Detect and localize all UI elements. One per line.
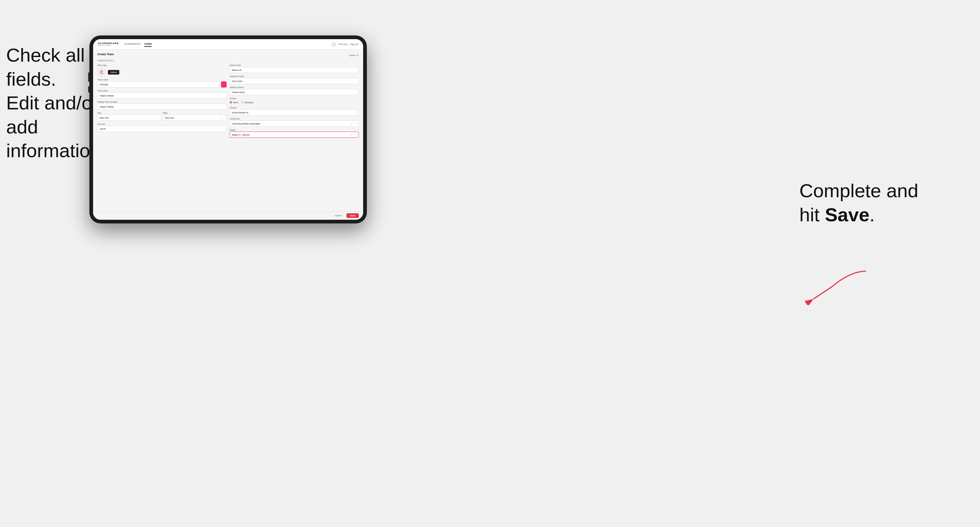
tablet-screen: SCOREBOARD Powered by clippit TOURNAMENT… <box>93 39 363 220</box>
annotation-line2: Edit and/or add <box>6 92 99 137</box>
region-label: Region <box>230 129 359 131</box>
team-logo-area: C Upload <box>97 68 227 76</box>
annotation-right-line1: Complete and <box>799 180 918 201</box>
form-footer: Cancel Save <box>93 211 363 220</box>
state-select[interactable]: New York ✕ ⌄ <box>163 115 227 121</box>
colour-swatch[interactable] <box>221 81 227 87</box>
colour-input[interactable] <box>97 81 220 87</box>
annotation-right-bold: Save <box>825 204 870 225</box>
form-left: Team logo C Upload Team colour <box>97 64 227 138</box>
display-name-input[interactable] <box>97 103 227 110</box>
zip-input[interactable] <box>97 126 227 132</box>
gender-field: Gender Mens Womens <box>230 97 359 105</box>
head-coach-label: Head Coach <box>230 64 359 66</box>
form-right: Head Coach Assistant Coach Athletic Dire… <box>230 64 359 138</box>
division-select[interactable]: NCAA Division III ⌃⌄ <box>230 110 359 116</box>
region-chevron-icon: ⌃⌄ <box>353 134 357 136</box>
display-name-field: Display name (unique) <box>97 101 227 110</box>
team-name-field: Team name <box>97 90 227 98</box>
gender-womens-radio[interactable]: Womens <box>241 101 253 103</box>
tablet-frame: SCOREBOARD Powered by clippit TOURNAMENT… <box>89 35 367 224</box>
annotation-right: Complete and hit Save. <box>799 179 918 227</box>
athletic-director-label: Athletic Director <box>230 86 359 89</box>
colour-row <box>97 81 227 87</box>
logo-subtitle: Powered by clippit <box>98 45 119 46</box>
athletic-director-input[interactable] <box>230 89 359 95</box>
division-field: Division NCAA Division III ⌃⌄ <box>230 106 359 116</box>
close-icon: ✕ <box>357 54 359 57</box>
gender-label: Gender <box>230 97 359 100</box>
state-field: State New York ✕ ⌄ <box>163 112 227 121</box>
sign-out-link[interactable]: Sign out <box>350 43 358 45</box>
user-name: Test User | <box>338 43 348 45</box>
assistant-coach-input[interactable] <box>230 78 359 84</box>
conference-select[interactable]: University Athletic Association ✕ ⌃⌄ <box>230 121 359 127</box>
division-chevron-icon: ⌃⌄ <box>353 111 357 114</box>
athletic-director-field: Athletic Director <box>230 86 359 95</box>
state-value: New York <box>165 117 174 119</box>
right-arrow-icon <box>801 268 869 305</box>
gender-womens-label: Womens <box>245 102 253 103</box>
navbar: SCOREBOARD Powered by clippit TOURNAMENT… <box>93 39 363 49</box>
team-name-input[interactable] <box>97 92 227 98</box>
cancel-top-button[interactable]: Cancel ✕ <box>349 54 359 57</box>
nav-tournaments[interactable]: TOURNAMENTS <box>124 41 141 47</box>
state-label: State <box>163 112 227 114</box>
logo-circle: C <box>97 68 106 76</box>
annotation-right-period: . <box>870 204 875 225</box>
region-clear-icon[interactable]: ✕ <box>351 134 352 136</box>
city-label: City <box>97 112 161 114</box>
nav-teams[interactable]: TEAMS <box>144 41 152 47</box>
page-title: Create Team <box>97 53 114 56</box>
zip-label: Zip code <box>97 123 227 125</box>
nav-links: TOURNAMENTS TEAMS <box>124 41 331 47</box>
head-coach-input[interactable] <box>230 67 359 73</box>
gender-mens-radio[interactable]: Mens <box>230 101 238 103</box>
display-name-label: Display name (unique) <box>97 101 227 103</box>
upload-button[interactable]: Upload <box>108 70 119 75</box>
nav-logo: SCOREBOARD Powered by clippit <box>98 42 119 46</box>
main-content: Create Team Cancel ✕ TEAM DETAILS Team l… <box>93 49 363 211</box>
conference-chevron-icon: ⌃⌄ <box>353 123 357 125</box>
state-clear-icon[interactable]: ✕ <box>220 117 222 119</box>
gender-row: Mens Womens <box>230 100 359 105</box>
region-value: Region II - (M) DIII <box>232 134 250 136</box>
region-select[interactable]: Region II - (M) DIII ✕ ⌃⌄ <box>230 132 359 138</box>
conference-field: Conference University Athletic Associati… <box>230 118 359 127</box>
form-grid: Team logo C Upload Team colour <box>97 64 359 138</box>
assistant-coach-field: Assistant Coach <box>230 75 359 84</box>
team-logo-label: Team logo <box>97 64 227 66</box>
city-input[interactable] <box>97 115 161 121</box>
region-field: Region Region II - (M) DIII ✕ ⌃⌄ <box>230 129 359 138</box>
city-state-row: City State New York ✕ ⌄ <box>97 112 227 121</box>
team-colour-label: Team colour <box>97 79 227 81</box>
city-state-field: City State New York ✕ ⌄ <box>97 112 227 121</box>
gender-mens-label: Mens <box>233 102 238 103</box>
annotation-line1: Check all fields. <box>6 44 85 90</box>
team-colour-field: Team colour <box>97 79 227 87</box>
conference-label: Conference <box>230 118 359 120</box>
team-name-label: Team name <box>97 90 227 92</box>
radio-mens-dot <box>230 101 232 103</box>
annotation-right-line2a: hit <box>799 204 825 225</box>
conference-clear-icon[interactable]: ✕ <box>351 123 352 125</box>
user-avatar <box>331 42 336 47</box>
radio-womens-dot <box>241 101 244 103</box>
division-value: NCAA Division III <box>232 111 248 114</box>
conference-value: University Athletic Association <box>232 123 261 125</box>
head-coach-field: Head Coach <box>230 64 359 73</box>
page-header: Create Team Cancel ✕ <box>97 53 359 58</box>
cancel-button[interactable]: Cancel <box>332 213 344 218</box>
team-logo-field: Team logo C Upload <box>97 64 227 76</box>
save-button[interactable]: Save <box>347 213 359 218</box>
zip-field: Zip code <box>97 123 227 132</box>
chevron-down-icon: ⌄ <box>223 117 224 119</box>
assistant-coach-label: Assistant Coach <box>230 75 359 77</box>
city-field: City <box>97 112 161 121</box>
section-header: TEAM DETAILS <box>97 59 359 62</box>
nav-right: Test User | Sign out <box>331 42 358 47</box>
division-label: Division <box>230 106 359 109</box>
